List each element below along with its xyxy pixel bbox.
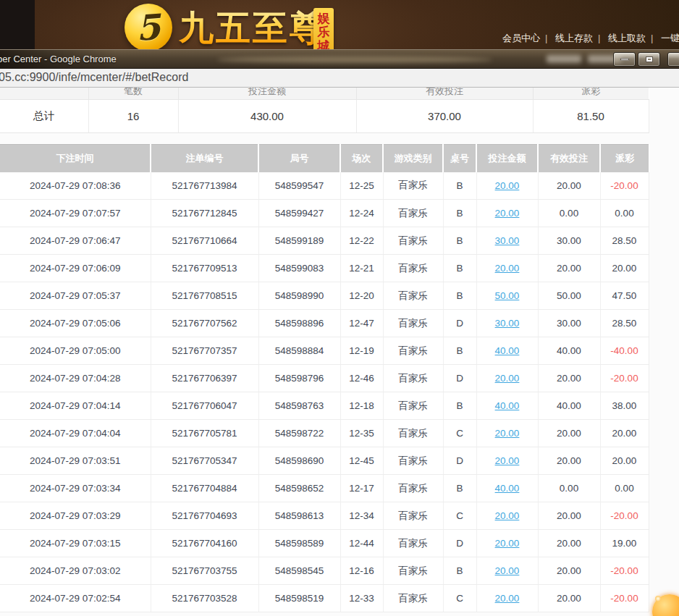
cell-bet-amount: 40.00 [476, 475, 538, 502]
cell-order-number: 521767710664 [151, 227, 258, 255]
bet-amount-link[interactable]: 40.00 [495, 345, 520, 356]
cell-bet-amount: 20.00 [476, 530, 538, 557]
cell-order-number: 521767704160 [151, 530, 258, 557]
window-titlebar[interactable]: ber Center - Google Chrome [0, 49, 679, 69]
bet-record-row: 2024-07-29 07:08:36 521767713984 5485995… [0, 172, 649, 200]
cell-game-type: 百家乐 [383, 172, 443, 200]
cell-round-number: 548598796 [258, 365, 340, 392]
address-bar[interactable]: 05.cc:9900/infe/mcenter/#/betRecord [0, 69, 679, 88]
col-payout: 派彩 [600, 145, 649, 172]
titlebar-reflection [217, 56, 492, 63]
cell-bet-amount: 20.00 [476, 585, 538, 612]
cell-table-number: C [443, 502, 476, 530]
summary-bet-amount: 430.00 [178, 100, 356, 133]
cell-round-number: 548598722 [258, 420, 340, 447]
top-nav-link[interactable]: 会员中心 [502, 33, 540, 43]
col-table-number: 桌号 [443, 145, 476, 172]
bet-record-row: 2024-07-29 07:04:28 521767706397 5485987… [0, 365, 649, 392]
cell-order-number: 521767709513 [151, 255, 258, 282]
cell-session: 12-18 [340, 392, 383, 420]
bet-record-row: 2024-07-29 07:03:15 521767704160 5485985… [0, 530, 649, 557]
bet-amount-link[interactable]: 20.00 [495, 538, 520, 549]
cell-session: 12-22 [340, 227, 383, 255]
cell-table-number: B [443, 282, 476, 310]
cell-bet-time: 2024-07-29 07:07:57 [0, 200, 151, 227]
nav-separator: | [651, 33, 653, 43]
cell-session: 12-17 [340, 475, 383, 502]
col-session: 场次 [340, 145, 383, 172]
bet-amount-link[interactable]: 20.00 [495, 263, 520, 274]
cell-valid-bet: 30.00 [538, 227, 600, 255]
top-nav-link[interactable]: 一键归 [661, 33, 679, 43]
bet-amount-link[interactable]: 30.00 [495, 235, 520, 246]
bet-amount-link[interactable]: 20.00 [495, 455, 520, 466]
cell-session: 12-16 [340, 557, 383, 585]
cell-game-type: 百家乐 [383, 227, 443, 255]
bet-amount-link[interactable]: 30.00 [495, 318, 520, 329]
summary-valid-bet: 370.00 [356, 100, 533, 133]
col-game-type: 游戏类别 [383, 145, 443, 172]
cell-table-number: C [443, 585, 476, 612]
bet-amount-link[interactable]: 20.00 [495, 373, 520, 384]
cell-bet-time: 2024-07-29 07:05:37 [0, 282, 151, 310]
top-nav-link[interactable]: 线上存款 [555, 33, 593, 43]
bet-record-row: 2024-07-29 07:02:54 521767703528 5485985… [0, 585, 649, 612]
bet-record-row: 2024-07-29 07:06:09 521767709513 5485990… [0, 255, 649, 282]
cell-order-number: 521767704884 [151, 475, 258, 502]
cell-payout: -40.00 [600, 337, 649, 365]
cell-game-type: 百家乐 [383, 392, 443, 420]
bet-amount-link[interactable]: 20.00 [495, 565, 520, 576]
site-logo-icon[interactable]: 5 [125, 4, 172, 51]
cell-payout: 20.00 [600, 420, 649, 447]
bet-amount-link[interactable]: 50.00 [495, 290, 520, 301]
bet-amount-link[interactable]: 20.00 [495, 180, 520, 191]
summary-table: 笔数 投注金额 有效投注 派彩 总计 16 430.00 370.00 81.5… [0, 88, 649, 133]
cell-bet-time: 2024-07-29 07:04:04 [0, 420, 151, 447]
cell-valid-bet: 50.00 [538, 282, 600, 310]
bet-amount-link[interactable]: 20.00 [495, 428, 520, 439]
bet-amount-link[interactable]: 20.00 [495, 208, 520, 219]
cell-table-number: B [443, 337, 476, 365]
cell-bet-amount: 30.00 [476, 227, 538, 255]
cell-order-number: 521767707357 [151, 337, 258, 365]
cell-table-number: D [443, 365, 476, 392]
cell-game-type: 百家乐 [383, 282, 443, 310]
cell-bet-time: 2024-07-29 07:02:54 [0, 585, 151, 612]
bet-amount-link[interactable]: 40.00 [495, 483, 520, 494]
cell-valid-bet: 20.00 [538, 420, 600, 447]
cell-bet-time: 2024-07-29 07:03:29 [0, 502, 151, 530]
minimize-button[interactable] [613, 52, 636, 67]
bet-record-row: 2024-07-29 07:07:57 521767712845 5485994… [0, 200, 649, 227]
bet-table-header-row: 下注时间 注单编号 局号 场次 游戏类别 桌号 投注金额 有效投注 派彩 [0, 145, 649, 172]
floating-promo-widget[interactable] [652, 594, 679, 616]
cell-game-type: 百家乐 [383, 585, 443, 612]
cell-round-number: 548598896 [258, 310, 340, 337]
cell-bet-time: 2024-07-29 07:04:14 [0, 392, 151, 420]
cell-table-number: B [443, 255, 476, 282]
bet-record-row: 2024-07-29 07:05:06 521767707562 5485988… [0, 310, 649, 337]
cell-bet-amount: 40.00 [476, 392, 538, 420]
cell-session: 12-46 [340, 365, 383, 392]
cell-order-number: 521767703755 [151, 557, 258, 585]
cell-session: 12-44 [340, 530, 383, 557]
cell-payout: -20.00 [600, 585, 649, 612]
cell-bet-time: 2024-07-29 07:05:00 [0, 337, 151, 365]
top-nav-link[interactable]: 线上取款 [608, 33, 646, 43]
bet-amount-link[interactable]: 20.00 [495, 593, 520, 604]
cell-game-type: 百家乐 [383, 447, 443, 475]
bet-record-row: 2024-07-29 07:03:29 521767704693 5485986… [0, 502, 649, 530]
maximize-button[interactable] [638, 52, 660, 67]
cell-bet-amount: 20.00 [476, 557, 538, 585]
close-button[interactable] [667, 52, 679, 67]
cell-session: 12-20 [340, 282, 383, 310]
page-content: 笔数 投注金额 有效投注 派彩 总计 16 430.00 370.00 81.5… [0, 88, 679, 616]
cell-payout: -20.00 [600, 557, 649, 585]
summary-payout: 81.50 [533, 100, 649, 133]
bet-amount-link[interactable]: 20.00 [495, 510, 520, 521]
summary-count: 16 [88, 100, 178, 133]
bet-amount-link[interactable]: 40.00 [495, 400, 520, 411]
cell-round-number: 548598589 [258, 530, 340, 557]
cell-table-number: B [443, 172, 476, 200]
bet-record-row: 2024-07-29 07:03:02 521767703755 5485985… [0, 557, 649, 585]
summary-header-blank [0, 88, 88, 100]
